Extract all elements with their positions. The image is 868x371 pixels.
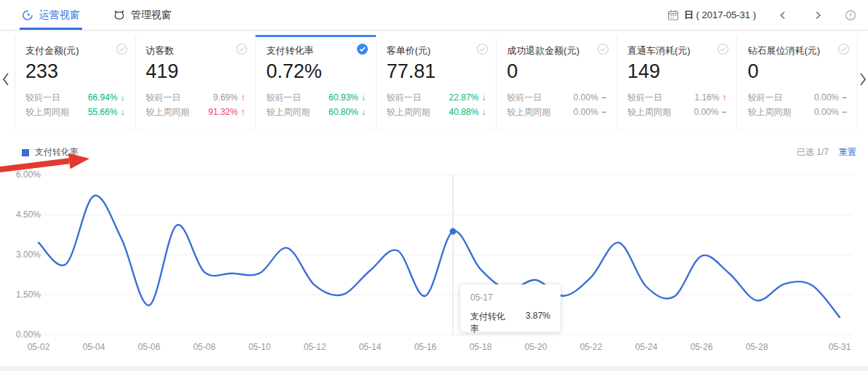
svg-text:05-18: 05-18 <box>470 342 492 352</box>
compare-label: 较上周同期 <box>627 106 671 119</box>
sycm-dashboard: 运营视窗 管理视窗 日 ( 2017-05-31 ) <box>0 0 868 371</box>
trend-arrow: ↑ <box>722 93 726 102</box>
operations-view-icon <box>22 9 33 21</box>
trend-arrow: ↓ <box>481 93 486 102</box>
svg-text:05-08: 05-08 <box>193 342 216 352</box>
svg-text:05-16: 05-16 <box>414 342 437 352</box>
check-circle-icon[interactable] <box>116 43 128 55</box>
svg-text:1.50%: 1.50% <box>16 290 41 300</box>
compare-label: 较上周同期 <box>146 106 190 119</box>
compare-row: 较上周同期 0.00%− <box>627 105 727 119</box>
metric-value: 419 <box>146 60 246 83</box>
svg-text:05-10: 05-10 <box>249 342 271 352</box>
tab-label: 管理视窗 <box>131 9 172 22</box>
date-range-text: ( 2017-05-31 ) <box>696 9 756 20</box>
legend-swatch <box>22 149 29 156</box>
metric-card-conversion-rate[interactable]: 支付转化率 0.72% 较前一日 60.93%↓ 较上周同期 60.80%↓ <box>255 35 376 129</box>
bottom-strip <box>0 366 868 371</box>
compare-value: 66.94% <box>88 92 118 103</box>
previous-date-button[interactable] <box>778 10 788 20</box>
svg-text:05-06: 05-06 <box>138 342 161 352</box>
info-icon[interactable] <box>845 9 856 21</box>
compare-label: 较前一日 <box>266 92 301 104</box>
metric-value: 149 <box>627 60 727 83</box>
metric-card-visitors[interactable]: 访客数 419 较前一日 9.69%↑ 较上周同期 91.32%↑ <box>135 35 256 129</box>
tooltip-value: 3.87% <box>526 311 550 335</box>
compare-label: 较上周同期 <box>507 106 550 119</box>
calendar-icon[interactable] <box>667 9 679 21</box>
check-circle-icon[interactable] <box>717 43 729 55</box>
metric-value: 233 <box>25 60 125 83</box>
tab-management-view[interactable]: 管理视窗 <box>113 0 172 30</box>
conversion-rate-line-chart[interactable]: 0.00%1.50%3.00%4.50%6.00%05-0205-0405-06… <box>0 164 868 362</box>
compare-row: 较前一日 0.00%− <box>747 90 847 105</box>
next-date-button[interactable] <box>813 10 823 20</box>
compare-label: 较前一日 <box>387 92 422 104</box>
compare-value: 0.00% <box>694 107 718 117</box>
trend-arrow: − <box>842 108 847 116</box>
compare-value: 1.16% <box>694 92 719 103</box>
compare-row: 较前一日 66.94%↓ <box>25 90 125 105</box>
metric-title: 直通车消耗(元) <box>627 44 727 57</box>
metric-card-payment-amount[interactable]: 支付金额(元) 233 较前一日 66.94%↓ 较上周同期 55.66%↓ <box>15 35 135 129</box>
tooltip-series-label: 支付转化率 <box>470 311 510 335</box>
compare-label: 较前一日 <box>747 92 782 104</box>
compare-row: 较上周同期 55.66%↓ <box>25 105 125 119</box>
metric-value: 0.72% <box>266 60 366 83</box>
compare-label: 较前一日 <box>627 92 662 104</box>
cards-scroll-left-icon[interactable] <box>1 71 10 90</box>
trend-arrow: − <box>842 93 847 102</box>
metric-card-zuanshi-spend[interactable]: 钻石展位消耗(元) 0 较前一日 0.00%− 较上周同期 0.00%− <box>736 35 857 129</box>
check-circle-icon[interactable] <box>236 43 248 55</box>
metric-value: 77.81 <box>387 60 486 83</box>
tab-operations-view[interactable]: 运营视窗 <box>22 0 80 30</box>
selected-count: 已选 1/7 <box>797 146 829 159</box>
svg-text:0.00%: 0.00% <box>16 330 41 340</box>
check-circle-icon[interactable] <box>837 43 850 55</box>
svg-text:4.50%: 4.50% <box>16 210 41 220</box>
check-circle-icon[interactable] <box>597 43 609 55</box>
compare-row: 较上周同期 60.80%↓ <box>266 105 366 119</box>
reset-link[interactable]: 重置 <box>839 146 856 159</box>
svg-text:05-12: 05-12 <box>304 342 326 352</box>
trend-arrow: ↑ <box>241 93 245 102</box>
compare-value: 55.66% <box>88 107 118 117</box>
trend-arrow: − <box>601 108 606 116</box>
chart-controls: 已选 1/7 重置 <box>797 146 856 159</box>
metric-title: 成功退款金额(元) <box>507 44 606 57</box>
svg-text:05-04: 05-04 <box>83 342 105 352</box>
check-circle-icon[interactable] <box>476 43 489 55</box>
svg-text:05-20: 05-20 <box>525 342 547 352</box>
trend-arrow: ↑ <box>241 108 245 116</box>
compare-row: 较上周同期 0.00%− <box>507 105 606 119</box>
metric-title: 钻石展位消耗(元) <box>747 44 847 57</box>
date-granularity: 日 <box>684 9 694 20</box>
compare-row: 较前一日 60.93%↓ <box>266 90 366 105</box>
date-granularity-selector[interactable]: 日 ( 2017-05-31 ) <box>684 9 756 22</box>
svg-text:3.00%: 3.00% <box>16 250 41 260</box>
tooltip-date: 05-17 <box>470 292 550 303</box>
compare-label: 较上周同期 <box>25 106 69 119</box>
compare-value: 22.87% <box>449 92 479 103</box>
compare-value: 0.00% <box>814 107 839 117</box>
svg-text:05-31: 05-31 <box>829 342 851 352</box>
date-controls: 日 ( 2017-05-31 ) <box>667 0 859 30</box>
chart-legend: 支付转化率 <box>22 146 79 159</box>
cards-scroll-right-icon[interactable] <box>859 71 867 90</box>
metric-card-ztc-spend[interactable]: 直通车消耗(元) 149 较前一日 1.16%↑ 较上周同期 0.00%− <box>616 35 737 129</box>
trend-arrow: − <box>601 93 606 102</box>
chart-tooltip: 05-17 支付转化率 3.87% <box>460 284 560 332</box>
check-circle-icon-selected[interactable] <box>356 43 369 55</box>
metric-cards-row: 支付金额(元) 233 较前一日 66.94%↓ 较上周同期 55.66%↓ 访… <box>15 35 858 130</box>
metric-title: 支付转化率 <box>266 44 366 57</box>
compare-label: 较前一日 <box>146 92 181 104</box>
svg-text:05-22: 05-22 <box>580 342 603 352</box>
svg-text:05-02: 05-02 <box>28 342 50 352</box>
metric-card-avg-order-value[interactable]: 客单价(元) 77.81 较前一日 22.87%↓ 较上周同期 40.88%↓ <box>376 35 497 129</box>
compare-row: 较上周同期 91.32%↑ <box>146 105 246 119</box>
view-tabs: 运营视窗 管理视窗 <box>22 0 172 30</box>
compare-value: 60.80% <box>329 107 358 117</box>
svg-text:05-24: 05-24 <box>635 342 658 352</box>
cat-icon <box>113 9 125 21</box>
metric-card-refund-amount[interactable]: 成功退款金额(元) 0 较前一日 0.00%− 较上周同期 0.00%− <box>496 35 616 129</box>
